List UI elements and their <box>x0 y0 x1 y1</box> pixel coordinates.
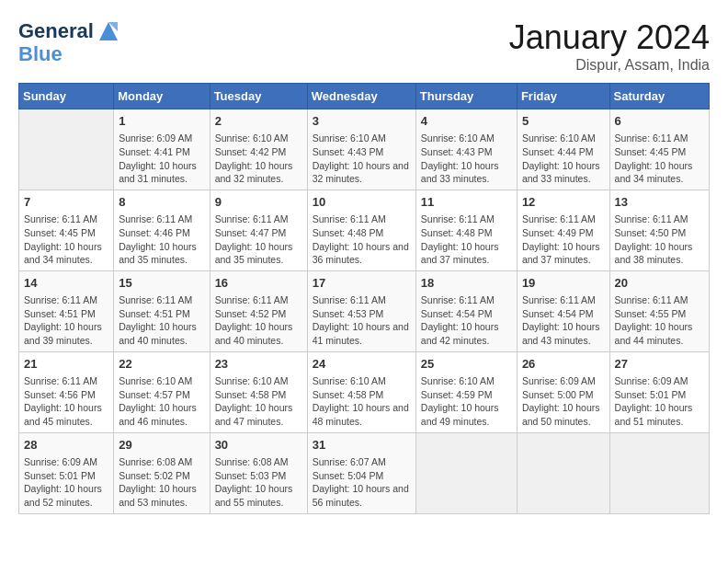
day-info: Sunrise: 6:11 AMSunset: 4:56 PMDaylight:… <box>24 374 108 429</box>
calendar-cell: 11Sunrise: 6:11 AMSunset: 4:48 PMDayligh… <box>415 190 517 270</box>
weekday-header-sunday: Sunday <box>19 84 114 109</box>
day-info: Sunrise: 6:11 AMSunset: 4:53 PMDaylight:… <box>313 293 411 348</box>
calendar-week-row: 1Sunrise: 6:09 AMSunset: 4:41 PMDaylight… <box>19 109 710 190</box>
day-info: Sunrise: 6:10 AMSunset: 4:43 PMDaylight:… <box>313 132 411 186</box>
calendar-week-row: 21Sunrise: 6:11 AMSunset: 4:56 PMDayligh… <box>19 351 710 432</box>
day-number: 17 <box>313 275 411 292</box>
weekday-header-friday: Friday <box>517 84 609 109</box>
day-info: Sunrise: 6:10 AMSunset: 4:59 PMDaylight:… <box>421 374 512 429</box>
day-number: 7 <box>24 194 108 211</box>
day-number: 13 <box>615 194 704 211</box>
calendar-cell: 25Sunrise: 6:10 AMSunset: 4:59 PMDayligh… <box>415 351 517 432</box>
day-info: Sunrise: 6:11 AMSunset: 4:55 PMDaylight:… <box>615 293 704 348</box>
calendar-cell: 1Sunrise: 6:09 AMSunset: 4:41 PMDaylight… <box>114 109 210 190</box>
calendar-cell: 20Sunrise: 6:11 AMSunset: 4:55 PMDayligh… <box>609 270 709 351</box>
calendar-table: SundayMondayTuesdayWednesdayThursdayFrid… <box>18 83 710 514</box>
day-info: Sunrise: 6:11 AMSunset: 4:50 PMDaylight:… <box>615 213 704 267</box>
day-number: 4 <box>421 113 512 130</box>
day-number: 26 <box>522 356 605 373</box>
day-info: Sunrise: 6:11 AMSunset: 4:49 PMDaylight:… <box>522 213 605 267</box>
calendar-cell: 21Sunrise: 6:11 AMSunset: 4:56 PMDayligh… <box>19 351 114 432</box>
calendar-cell <box>19 109 114 190</box>
day-number: 9 <box>215 194 302 211</box>
day-number: 14 <box>24 275 108 292</box>
day-number: 5 <box>522 113 605 130</box>
day-number: 21 <box>24 356 108 373</box>
day-number: 24 <box>313 356 411 373</box>
location: Dispur, Assam, India <box>509 57 710 74</box>
day-number: 12 <box>522 194 605 211</box>
calendar-cell: 3Sunrise: 6:10 AMSunset: 4:43 PMDaylight… <box>307 109 415 190</box>
day-number: 18 <box>421 275 512 292</box>
day-info: Sunrise: 6:11 AMSunset: 4:48 PMDaylight:… <box>421 213 512 267</box>
weekday-header-tuesday: Tuesday <box>210 84 307 109</box>
day-info: Sunrise: 6:10 AMSunset: 4:43 PMDaylight:… <box>421 132 512 186</box>
day-number: 23 <box>215 356 302 373</box>
day-number: 16 <box>215 275 302 292</box>
day-number: 28 <box>24 437 108 454</box>
day-number: 1 <box>119 113 204 130</box>
day-number: 15 <box>119 275 204 292</box>
calendar-cell <box>415 432 517 513</box>
day-info: Sunrise: 6:10 AMSunset: 4:58 PMDaylight:… <box>215 374 302 429</box>
day-info: Sunrise: 6:10 AMSunset: 4:42 PMDaylight:… <box>215 132 302 186</box>
day-number: 2 <box>215 113 302 130</box>
calendar-cell: 8Sunrise: 6:11 AMSunset: 4:46 PMDaylight… <box>114 190 210 270</box>
calendar-cell: 14Sunrise: 6:11 AMSunset: 4:51 PMDayligh… <box>19 270 114 351</box>
day-info: Sunrise: 6:11 AMSunset: 4:54 PMDaylight:… <box>522 293 605 348</box>
calendar-cell: 27Sunrise: 6:09 AMSunset: 5:01 PMDayligh… <box>609 351 709 432</box>
calendar-cell: 26Sunrise: 6:09 AMSunset: 5:00 PMDayligh… <box>517 351 609 432</box>
calendar-cell: 2Sunrise: 6:10 AMSunset: 4:42 PMDaylight… <box>210 109 307 190</box>
day-number: 31 <box>313 437 411 454</box>
weekday-header-thursday: Thursday <box>415 84 517 109</box>
calendar-cell: 4Sunrise: 6:10 AMSunset: 4:43 PMDaylight… <box>415 109 517 190</box>
day-info: Sunrise: 6:09 AMSunset: 5:01 PMDaylight:… <box>24 455 108 510</box>
day-info: Sunrise: 6:09 AMSunset: 5:01 PMDaylight:… <box>615 374 704 429</box>
day-number: 29 <box>119 437 204 454</box>
day-number: 22 <box>119 356 204 373</box>
calendar-cell: 15Sunrise: 6:11 AMSunset: 4:51 PMDayligh… <box>114 270 210 351</box>
day-number: 11 <box>421 194 512 211</box>
page-header: General Blue January 2024 Dispur, Assam,… <box>18 18 710 74</box>
day-number: 30 <box>215 437 302 454</box>
day-info: Sunrise: 6:11 AMSunset: 4:48 PMDaylight:… <box>313 213 411 267</box>
day-info: Sunrise: 6:11 AMSunset: 4:47 PMDaylight:… <box>215 213 302 267</box>
calendar-cell <box>517 432 609 513</box>
day-info: Sunrise: 6:11 AMSunset: 4:52 PMDaylight:… <box>215 293 302 348</box>
day-info: Sunrise: 6:09 AMSunset: 4:41 PMDaylight:… <box>119 132 204 186</box>
calendar-cell: 10Sunrise: 6:11 AMSunset: 4:48 PMDayligh… <box>307 190 415 270</box>
calendar-week-row: 28Sunrise: 6:09 AMSunset: 5:01 PMDayligh… <box>19 432 710 513</box>
day-info: Sunrise: 6:10 AMSunset: 4:57 PMDaylight:… <box>119 374 204 429</box>
calendar-header-row: SundayMondayTuesdayWednesdayThursdayFrid… <box>19 84 710 109</box>
weekday-header-monday: Monday <box>114 84 210 109</box>
calendar-cell: 19Sunrise: 6:11 AMSunset: 4:54 PMDayligh… <box>517 270 609 351</box>
day-info: Sunrise: 6:11 AMSunset: 4:46 PMDaylight:… <box>119 213 204 267</box>
day-info: Sunrise: 6:11 AMSunset: 4:45 PMDaylight:… <box>24 213 108 267</box>
calendar-cell: 31Sunrise: 6:07 AMSunset: 5:04 PMDayligh… <box>307 432 415 513</box>
calendar-cell: 17Sunrise: 6:11 AMSunset: 4:53 PMDayligh… <box>307 270 415 351</box>
calendar-cell: 12Sunrise: 6:11 AMSunset: 4:49 PMDayligh… <box>517 190 609 270</box>
day-info: Sunrise: 6:10 AMSunset: 4:58 PMDaylight:… <box>313 374 411 429</box>
calendar-cell: 24Sunrise: 6:10 AMSunset: 4:58 PMDayligh… <box>307 351 415 432</box>
month-title: January 2024 <box>509 18 710 57</box>
weekday-header-wednesday: Wednesday <box>307 84 415 109</box>
calendar-cell: 29Sunrise: 6:08 AMSunset: 5:02 PMDayligh… <box>114 432 210 513</box>
day-info: Sunrise: 6:08 AMSunset: 5:02 PMDaylight:… <box>119 455 204 510</box>
calendar-cell: 23Sunrise: 6:10 AMSunset: 4:58 PMDayligh… <box>210 351 307 432</box>
day-info: Sunrise: 6:11 AMSunset: 4:51 PMDaylight:… <box>119 293 204 348</box>
day-number: 19 <box>522 275 605 292</box>
calendar-cell: 18Sunrise: 6:11 AMSunset: 4:54 PMDayligh… <box>415 270 517 351</box>
calendar-cell: 5Sunrise: 6:10 AMSunset: 4:44 PMDaylight… <box>517 109 609 190</box>
day-info: Sunrise: 6:09 AMSunset: 5:00 PMDaylight:… <box>522 374 605 429</box>
calendar-cell: 30Sunrise: 6:08 AMSunset: 5:03 PMDayligh… <box>210 432 307 513</box>
day-number: 25 <box>421 356 512 373</box>
day-info: Sunrise: 6:10 AMSunset: 4:44 PMDaylight:… <box>522 132 605 186</box>
calendar-cell: 16Sunrise: 6:11 AMSunset: 4:52 PMDayligh… <box>210 270 307 351</box>
calendar-cell: 22Sunrise: 6:10 AMSunset: 4:57 PMDayligh… <box>114 351 210 432</box>
day-info: Sunrise: 6:07 AMSunset: 5:04 PMDaylight:… <box>313 455 411 510</box>
calendar-cell: 28Sunrise: 6:09 AMSunset: 5:01 PMDayligh… <box>19 432 114 513</box>
day-number: 6 <box>615 113 704 130</box>
day-info: Sunrise: 6:08 AMSunset: 5:03 PMDaylight:… <box>215 455 302 510</box>
day-number: 8 <box>119 194 204 211</box>
calendar-week-row: 7Sunrise: 6:11 AMSunset: 4:45 PMDaylight… <box>19 190 710 270</box>
